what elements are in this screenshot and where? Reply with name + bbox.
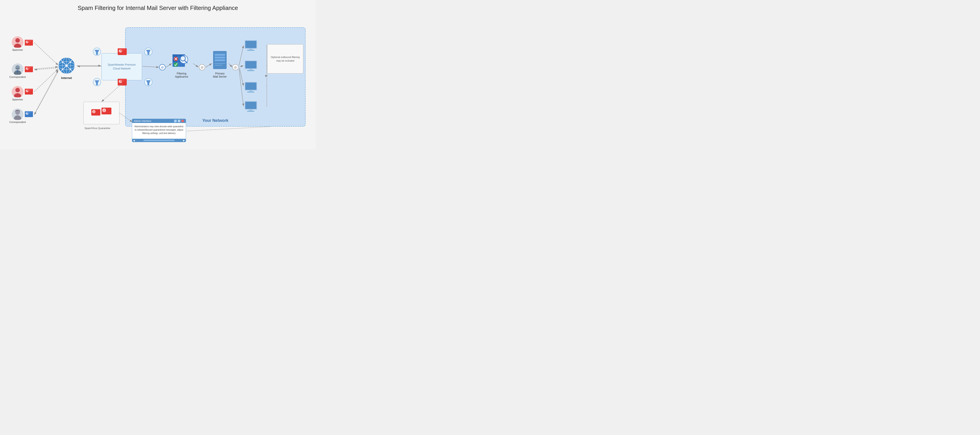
svg-rect-80 [249,91,253,92]
svg-point-31 [62,62,63,63]
admin-titlebar-buttons: _ □ ✕ [174,120,184,122]
computer4 [243,100,259,114]
svg-rect-71 [245,41,256,48]
admin-title: Admin Interface [134,120,151,122]
correspondent2-icon [12,108,24,120]
svg-rect-67 [215,59,225,61]
at-bubble-after-server: @ [232,64,239,70]
envelope-spammer1: @ [25,40,33,46]
svg-rect-75 [245,61,256,69]
svg-point-17 [15,110,20,115]
internet-node: Internet [57,57,76,75]
svg-point-32 [70,62,71,63]
admin-statusbar: ◀ ▶ [132,139,186,142]
svg-rect-72 [249,49,253,50]
svg-rect-84 [249,110,253,111]
svg-line-100 [34,71,58,115]
actor-correspondent2: Correspondent [9,108,27,123]
spammer1-icon [12,36,24,48]
svg-rect-83 [245,102,256,109]
correspondent2-label: Correspondent [9,121,27,123]
svg-point-57 [173,62,178,67]
funnel-top-right [144,48,153,57]
envelope-correspondent1: @ [25,66,33,73]
svg-line-112 [102,84,122,102]
internet-label: Internet [57,76,76,80]
page-title: Spam Filtering for Internal Mail Server … [5,5,311,11]
svg-rect-65 [215,54,225,56]
svg-point-12 [15,88,20,92]
funnel-bottom-left [93,78,101,88]
svg-rect-79 [245,83,256,90]
computer1 [243,40,259,53]
mail-server: Primary Mail Server [212,50,228,78]
svg-line-98 [34,69,58,92]
spammer2-label: Spammer [9,98,27,101]
svg-rect-66 [215,57,225,59]
filtering-appliance: Filtering Applicance [171,50,192,78]
envelope-correspondent2: @ [25,111,33,118]
spammer1-label: Spammer [9,48,27,51]
admin-titlebar: Admin Interface _ □ ✕ [132,119,186,123]
svg-text:@: @ [93,110,95,113]
svg-line-96 [34,67,58,69]
envelope-top-center: @ [118,48,127,56]
svg-rect-76 [249,69,253,70]
envelope-bottom-center: @ [118,79,127,86]
at-bubble-after-filter: @ [199,64,205,70]
close-icon[interactable]: ✕ [181,120,184,122]
svg-line-95 [34,43,58,65]
actor-spammer1: Spammer [9,36,27,51]
scrollbar-track[interactable] [143,140,175,141]
at-bubble-before-filter: @ [159,64,165,70]
svg-point-33 [62,69,63,70]
spamweeder-label: SpamWeeder Premium Cloud Network [108,63,136,71]
svg-rect-85 [247,111,255,112]
optional-outbound-box: Optional outbound filtering may be inclu… [267,44,303,73]
computer3 [243,81,259,95]
scroll-right-icon[interactable]: ▶ [183,139,185,142]
filtering-appliance-label: Filtering Applicance [171,72,192,78]
quarantine-box: @ @ [83,102,119,124]
funnel-top-left [93,48,101,57]
computer2 [243,60,259,73]
svg-rect-77 [247,70,255,71]
actor-spammer2: Spammer [9,86,27,101]
actor-correspondent1: Correspondent [9,64,27,78]
correspondent1-label: Correspondent [9,76,27,78]
diagram: Your Network Spammer @ [5,18,311,145]
svg-line-99 [34,70,58,114]
network-label: Your Network [202,118,228,123]
funnel-bottom-right [144,78,153,88]
mail-server-label: Primary Mail Server [212,72,228,78]
svg-marker-7 [17,70,18,72]
optional-outbound-text: Optional outbound filtering may be inclu… [269,55,301,63]
minimize-icon[interactable]: _ [174,120,177,122]
svg-rect-81 [247,92,255,92]
scroll-left-icon[interactable]: ◀ [133,139,135,142]
admin-interface: Admin Interface _ □ ✕ Administrators may… [132,119,186,142]
maximize-icon[interactable]: □ [178,120,180,122]
svg-rect-6 [16,69,20,69]
page: { "title": "Spam Filtering for Internal … [0,0,316,149]
svg-text:@: @ [103,109,105,112]
admin-content: Administrators may view domain-wide quar… [132,123,186,139]
envelope-spammer2: @ [25,89,33,96]
spamweeder-box: SpamWeeder Premium Cloud Network [102,53,142,80]
svg-rect-73 [247,50,255,51]
svg-point-34 [70,69,71,70]
quarantine-label: Spam/Virus Quarantine [84,126,110,129]
svg-line-97 [34,68,58,70]
svg-point-30 [65,65,68,67]
spammer2-icon [12,86,24,98]
svg-line-114 [187,127,270,131]
svg-point-0 [15,38,20,43]
correspondent1-icon [12,64,24,75]
